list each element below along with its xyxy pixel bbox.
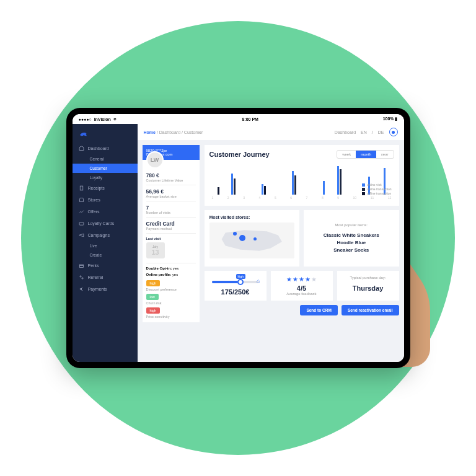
rating-value: 4/5 [276, 284, 328, 292]
campaign-icon [79, 232, 84, 238]
period-month[interactable]: month [356, 151, 376, 158]
svg-rect-2 [79, 265, 83, 268]
referral-icon [79, 275, 84, 280]
sidebar: Dashboard General Customer Loyalty Recei… [73, 124, 138, 362]
churn-badge: low [146, 294, 159, 300]
period-week[interactable]: week [337, 151, 356, 158]
nav-loyalty[interactable]: Loyalty [73, 173, 138, 182]
payment-value: Credit Card [146, 221, 196, 227]
euro-icon [79, 286, 84, 292]
journey-card: Customer Journey week month year online … [205, 145, 399, 206]
card-icon [79, 221, 84, 226]
nav-perks[interactable]: Perks [73, 260, 138, 271]
perks-icon [79, 263, 84, 268]
chart-legend: online visit online transaction offline … [362, 183, 391, 196]
period-year[interactable]: year [376, 151, 394, 158]
basket-value: 56,96 € [146, 188, 196, 195]
nav-referral[interactable]: Referral [73, 271, 138, 283]
discount-badge: high [146, 280, 160, 286]
user-avatar-icon[interactable] [389, 128, 398, 136]
topbar-dashboard-link[interactable]: Dashboard [335, 130, 356, 134]
popular-item: Hoodie Blue [309, 239, 394, 247]
journey-chart: online visit online transaction offline … [209, 162, 394, 195]
stores-card: Most visited stores: [205, 210, 300, 267]
nav-dashboard[interactable]: Dashboard [73, 143, 138, 154]
nav-loyalty-cards[interactable]: Loyalty Cards [73, 218, 138, 229]
status-battery: 100% ▮ [383, 117, 398, 121]
period-tabs: week month year [337, 150, 394, 159]
purchase-day-value: Thursday [342, 284, 394, 292]
price-badge: high [146, 307, 160, 314]
popular-item: Classic White Sneakers [309, 232, 394, 239]
rating-card: ★★★★★ 4/5 Average feedback [271, 271, 333, 301]
stores-map [209, 223, 295, 258]
tablet-frame: ●●●●○InVisionᯤ 8:00 PM 100% ▮ Dashboard … [66, 108, 410, 368]
svg-rect-1 [79, 223, 84, 226]
svg-rect-0 [80, 186, 83, 190]
send-email-button[interactable]: Send reactivation email [342, 305, 399, 315]
bird-logo-icon [79, 130, 89, 140]
offers-icon [79, 209, 84, 214]
purchase-day-card: Typical purchase day: Thursday [337, 271, 399, 301]
status-time: 8:00 PM [242, 117, 258, 121]
popular-item: Sneaker Socks [309, 247, 394, 254]
popular-items-card: Most popular items: Classic White Sneake… [304, 210, 399, 267]
nav-stores[interactable]: Stores [73, 194, 138, 206]
rating-stars: ★★★★★ [276, 276, 328, 283]
customer-card: 9820-****2jw l***w@gmx.com LW 780 €Custo… [143, 145, 200, 322]
nav-create[interactable]: Create [73, 250, 138, 260]
receipt-icon [79, 185, 84, 191]
topbar: Home / Dashboard / Customer Dashboard EN… [138, 124, 404, 140]
svg-point-3 [79, 276, 81, 277]
clv-value: 780 € [146, 172, 196, 178]
status-bar: ●●●●○InVisionᯤ 8:00 PM 100% ▮ [73, 114, 404, 124]
nav-live[interactable]: Live [73, 241, 138, 250]
nav-payments[interactable]: Payments [73, 283, 138, 295]
spend-value: 175/250€ [209, 288, 262, 296]
nav-general[interactable]: General [73, 154, 138, 164]
lang-en[interactable]: EN [361, 130, 367, 134]
customer-initials: LW [146, 151, 164, 169]
nav-receipts[interactable]: Receipts [73, 182, 138, 194]
send-crm-button[interactable]: Send to CRM [300, 305, 337, 315]
dashboard-icon [79, 146, 84, 151]
journey-title: Customer Journey [209, 151, 270, 158]
spend-slider[interactable]: high ⌂ [212, 281, 259, 283]
store-icon [79, 197, 84, 203]
visits-value: 7 [146, 205, 196, 211]
nav-offers[interactable]: Offers [73, 206, 138, 218]
spend-slider-card: high ⌂ 175/250€ [205, 271, 267, 301]
nav-customer[interactable]: Customer [73, 164, 138, 173]
logo [73, 128, 138, 143]
lang-de[interactable]: DE [378, 130, 384, 134]
nav-campaigns[interactable]: Campaigns [73, 229, 138, 241]
home-icon: ⌂ [257, 278, 260, 284]
svg-point-4 [81, 278, 82, 279]
last-visit-date: July13 [146, 242, 165, 258]
breadcrumb: Home / Dashboard / Customer [144, 130, 203, 134]
